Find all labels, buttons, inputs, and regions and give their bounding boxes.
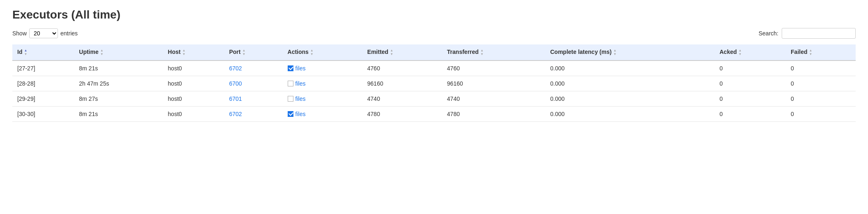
cell-failed-3: 0 (786, 106, 856, 121)
cell-host-0: host0 (163, 60, 224, 76)
sort-icons-uptime: ▲▼ (100, 49, 104, 56)
action-cell-2: files (288, 95, 358, 102)
cell-actions-0[interactable]: files (283, 60, 362, 76)
port-link-1[interactable]: 6700 (229, 80, 242, 87)
port-link-2[interactable]: 6701 (229, 95, 242, 102)
sort-icons-failed: ▲▼ (809, 49, 813, 56)
port-link-3[interactable]: 6702 (229, 111, 242, 117)
search-area: Search: (759, 28, 856, 39)
cell-latency-3: 0.000 (545, 106, 715, 121)
cell-transferred-2: 4740 (442, 91, 545, 106)
executors-table: Id▲▼Uptime▲▼Host▲▼Port▲▼Actions▲▼Emitted… (12, 44, 856, 122)
action-files-link-0[interactable]: files (295, 65, 306, 72)
col-header-port[interactable]: Port▲▼ (224, 44, 282, 60)
cell-id-2: [29-29] (12, 91, 74, 106)
cell-id-0: [27-27] (12, 60, 74, 76)
sort-icons-id: ▲▼ (24, 49, 27, 56)
cell-host-2: host0 (163, 91, 224, 106)
action-checkbox-1[interactable] (288, 81, 293, 86)
cell-uptime-2: 8m 27s (74, 91, 163, 106)
action-cell-1: files (288, 80, 358, 87)
sort-icons-actions: ▲▼ (310, 49, 314, 56)
col-header-host[interactable]: Host▲▼ (163, 44, 224, 60)
cell-failed-1: 0 (786, 76, 856, 91)
cell-transferred-1: 96160 (442, 76, 545, 91)
table-controls: Show 102050100 entries Search: (12, 28, 856, 39)
col-label-emitted: Emitted (367, 49, 388, 55)
table-row: [28-28]2h 47m 25shost06700files961609616… (12, 76, 856, 91)
sort-down-host: ▼ (182, 53, 185, 56)
col-label-transferred: Transferred (447, 49, 479, 55)
cell-emitted-3: 4780 (362, 106, 442, 121)
entries-select[interactable]: 102050100 (29, 28, 58, 38)
col-header-acked[interactable]: Acked▲▼ (715, 44, 786, 60)
cell-acked-2: 0 (715, 91, 786, 106)
cell-actions-3[interactable]: files (283, 106, 362, 121)
show-label: Show (12, 30, 27, 37)
col-label-id: Id (17, 49, 22, 55)
action-files-link-2[interactable]: files (295, 95, 306, 102)
sort-icons-acked: ▲▼ (739, 49, 742, 56)
sort-down-transferred: ▼ (480, 53, 484, 56)
port-link-0[interactable]: 6702 (229, 65, 242, 72)
cell-failed-2: 0 (786, 91, 856, 106)
cell-transferred-3: 4780 (442, 106, 545, 121)
col-header-complete_latency[interactable]: Complete latency (ms)▲▼ (545, 44, 715, 60)
sort-up-port: ▲ (242, 49, 245, 52)
action-checkbox-3[interactable] (288, 111, 293, 117)
col-label-host: Host (168, 49, 180, 55)
cell-emitted-2: 4740 (362, 91, 442, 106)
cell-failed-0: 0 (786, 60, 856, 76)
col-header-uptime[interactable]: Uptime▲▼ (74, 44, 163, 60)
col-label-complete_latency: Complete latency (ms) (550, 49, 612, 55)
cell-acked-3: 0 (715, 106, 786, 121)
cell-emitted-0: 4760 (362, 60, 442, 76)
col-label-actions: Actions (288, 49, 309, 55)
cell-uptime-0: 8m 21s (74, 60, 163, 76)
page-title: Executors (All time) (12, 8, 856, 21)
table-header: Id▲▼Uptime▲▼Host▲▼Port▲▼Actions▲▼Emitted… (12, 44, 856, 60)
cell-actions-2[interactable]: files (283, 91, 362, 106)
action-cell-0: files (288, 65, 358, 72)
table-row: [29-29]8m 27shost06701files474047400.000… (12, 91, 856, 106)
search-label: Search: (759, 30, 778, 37)
table-row: [30-30]8m 21shost06702files478047800.000… (12, 106, 856, 121)
sort-down-emitted: ▼ (390, 53, 393, 56)
show-entries-control: Show 102050100 entries (12, 28, 78, 38)
action-cell-3: files (288, 111, 358, 117)
col-label-uptime: Uptime (79, 49, 98, 55)
cell-actions-1[interactable]: files (283, 76, 362, 91)
sort-down-acked: ▼ (739, 53, 742, 56)
action-files-link-1[interactable]: files (295, 80, 306, 87)
cell-id-3: [30-30] (12, 106, 74, 121)
cell-latency-0: 0.000 (545, 60, 715, 76)
sort-icons-complete_latency: ▲▼ (613, 49, 616, 56)
action-files-link-3[interactable]: files (295, 111, 306, 117)
sort-up-complete_latency: ▲ (613, 49, 616, 52)
sort-up-uptime: ▲ (100, 49, 104, 52)
action-checkbox-2[interactable] (288, 96, 293, 102)
cell-port-0[interactable]: 6702 (224, 60, 282, 76)
sort-up-failed: ▲ (809, 49, 813, 52)
col-header-failed[interactable]: Failed▲▼ (786, 44, 856, 60)
action-checkbox-0[interactable] (288, 65, 293, 71)
cell-port-2[interactable]: 6701 (224, 91, 282, 106)
col-header-transferred[interactable]: Transferred▲▼ (442, 44, 545, 60)
table-row: [27-27]8m 21shost06702files476047600.000… (12, 60, 856, 76)
col-header-id[interactable]: Id▲▼ (12, 44, 74, 60)
header-row: Id▲▼Uptime▲▼Host▲▼Port▲▼Actions▲▼Emitted… (12, 44, 856, 60)
col-label-port: Port (229, 49, 240, 55)
col-header-emitted[interactable]: Emitted▲▼ (362, 44, 442, 60)
sort-down-uptime: ▼ (100, 53, 104, 56)
sort-up-acked: ▲ (739, 49, 742, 52)
entries-label: entries (60, 30, 78, 37)
cell-emitted-1: 96160 (362, 76, 442, 91)
col-header-actions[interactable]: Actions▲▼ (283, 44, 362, 60)
sort-down-id: ▼ (24, 53, 27, 56)
cell-port-3[interactable]: 6702 (224, 106, 282, 121)
sort-up-actions: ▲ (310, 49, 314, 52)
cell-host-1: host0 (163, 76, 224, 91)
sort-icons-transferred: ▲▼ (480, 49, 484, 56)
search-input[interactable] (782, 28, 856, 39)
cell-port-1[interactable]: 6700 (224, 76, 282, 91)
